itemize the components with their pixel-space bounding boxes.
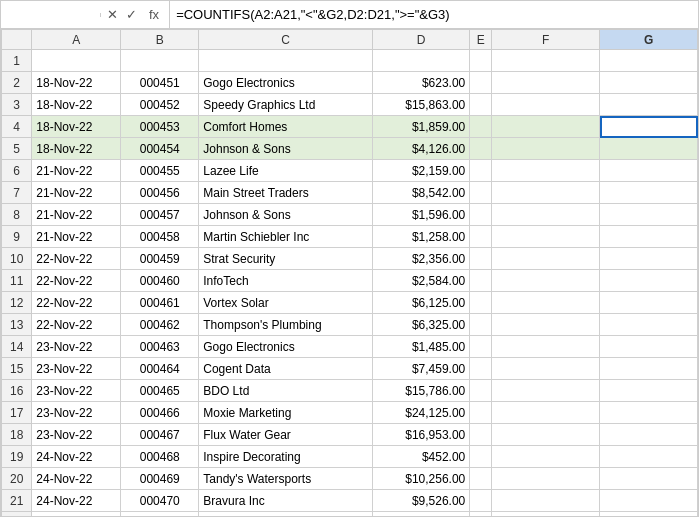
cell-f16[interactable] [491,380,599,402]
cell-d18[interactable]: $16,953.00 [372,424,470,446]
cell-f12[interactable] [491,292,599,314]
row-num-10[interactable]: 10 [2,248,32,270]
cell-a4[interactable]: 18-Nov-22 [32,116,121,138]
row-num-22[interactable]: 22 [2,512,32,517]
cell-e16[interactable] [470,380,492,402]
col-header-f[interactable]: F [491,30,599,50]
cell-a14[interactable]: 23-Nov-22 [32,336,121,358]
row-num-16[interactable]: 16 [2,380,32,402]
cell-c12[interactable]: Vortex Solar [199,292,372,314]
cell-e21[interactable] [470,490,492,512]
cell-d14[interactable]: $1,485.00 [372,336,470,358]
cell-c5[interactable]: Johnson & Sons [199,138,372,160]
cell-d5[interactable]: $4,126.00 [372,138,470,160]
row-num-15[interactable]: 15 [2,358,32,380]
row-num-21[interactable]: 21 [2,490,32,512]
cell-g2[interactable] [600,72,698,94]
cell-a18[interactable]: 23-Nov-22 [32,424,121,446]
cell-d13[interactable]: $6,325.00 [372,314,470,336]
cell-b5[interactable]: 000454 [121,138,199,160]
cell-b21[interactable]: 000470 [121,490,199,512]
cell-b11[interactable]: 000460 [121,270,199,292]
cell-d9[interactable]: $1,258.00 [372,226,470,248]
cell-g13[interactable] [600,314,698,336]
row-num-9[interactable]: 9 [2,226,32,248]
cell-f21[interactable] [491,490,599,512]
cell-d20[interactable]: $10,256.00 [372,468,470,490]
row-num-6[interactable]: 6 [2,160,32,182]
cell-a17[interactable]: 23-Nov-22 [32,402,121,424]
cell-b6[interactable]: 000455 [121,160,199,182]
cell-e8[interactable] [470,204,492,226]
cell-e13[interactable] [470,314,492,336]
cell-f17[interactable] [491,402,599,424]
cell-a1[interactable] [32,50,121,72]
cell-a13[interactable]: 22-Nov-22 [32,314,121,336]
cell-c4[interactable]: Comfort Homes [199,116,372,138]
cell-g12[interactable] [600,292,698,314]
cell-e14[interactable] [470,336,492,358]
cell-e19[interactable] [470,446,492,468]
cell-f9[interactable] [491,226,599,248]
cell-a3[interactable]: 18-Nov-22 [32,94,121,116]
cell-d16[interactable]: $15,786.00 [372,380,470,402]
cell-d3[interactable]: $15,863.00 [372,94,470,116]
cell-f14[interactable] [491,336,599,358]
cell-b15[interactable]: 000464 [121,358,199,380]
cell-a8[interactable]: 21-Nov-22 [32,204,121,226]
cell-e10[interactable] [470,248,492,270]
cell-a16[interactable]: 23-Nov-22 [32,380,121,402]
row-num-7[interactable]: 7 [2,182,32,204]
cell-a7[interactable]: 21-Nov-22 [32,182,121,204]
cell-f4[interactable] [491,116,599,138]
cell-e18[interactable] [470,424,492,446]
cell-c6[interactable]: Lazee Life [199,160,372,182]
cell-B22[interactable] [121,512,199,517]
cell-g11[interactable] [600,270,698,292]
cell-b12[interactable]: 000461 [121,292,199,314]
cell-c1[interactable] [199,50,372,72]
cell-b16[interactable]: 000465 [121,380,199,402]
cell-e2[interactable] [470,72,492,94]
cell-a9[interactable]: 21-Nov-22 [32,226,121,248]
cell-c17[interactable]: Moxie Marketing [199,402,372,424]
cell-e3[interactable] [470,94,492,116]
row-num-20[interactable]: 20 [2,468,32,490]
cell-d2[interactable]: $623.00 [372,72,470,94]
cell-b18[interactable]: 000467 [121,424,199,446]
cell-b19[interactable]: 000468 [121,446,199,468]
cell-e17[interactable] [470,402,492,424]
cell-d15[interactable]: $7,459.00 [372,358,470,380]
cell-g3[interactable] [600,94,698,116]
cell-f15[interactable] [491,358,599,380]
cell-b3[interactable]: 000452 [121,94,199,116]
cell-D22[interactable] [372,512,470,517]
row-num-1[interactable]: 1 [2,50,32,72]
row-num-2[interactable]: 2 [2,72,32,94]
cell-g8[interactable] [600,204,698,226]
row-num-3[interactable]: 3 [2,94,32,116]
cell-c13[interactable]: Thompson's Plumbing [199,314,372,336]
cell-a5[interactable]: 18-Nov-22 [32,138,121,160]
cell-c8[interactable]: Johnson & Sons [199,204,372,226]
cell-e9[interactable] [470,226,492,248]
cell-c21[interactable]: Bravura Inc [199,490,372,512]
cell-d8[interactable]: $1,596.00 [372,204,470,226]
cell-f20[interactable] [491,468,599,490]
cell-c11[interactable]: InfoTech [199,270,372,292]
cell-d1[interactable] [372,50,470,72]
row-num-4[interactable]: 4 [2,116,32,138]
cell-c14[interactable]: Gogo Electronics [199,336,372,358]
cell-c20[interactable]: Tandy's Watersports [199,468,372,490]
row-num-12[interactable]: 12 [2,292,32,314]
cell-c9[interactable]: Martin Schiebler Inc [199,226,372,248]
cell-A22[interactable] [32,512,121,517]
cell-e1[interactable] [470,50,492,72]
cell-e12[interactable] [470,292,492,314]
cell-d11[interactable]: $2,584.00 [372,270,470,292]
cell-f2[interactable] [491,72,599,94]
col-header-a[interactable]: A [32,30,121,50]
cell-d12[interactable]: $6,125.00 [372,292,470,314]
cell-d10[interactable]: $2,356.00 [372,248,470,270]
row-num-17[interactable]: 17 [2,402,32,424]
